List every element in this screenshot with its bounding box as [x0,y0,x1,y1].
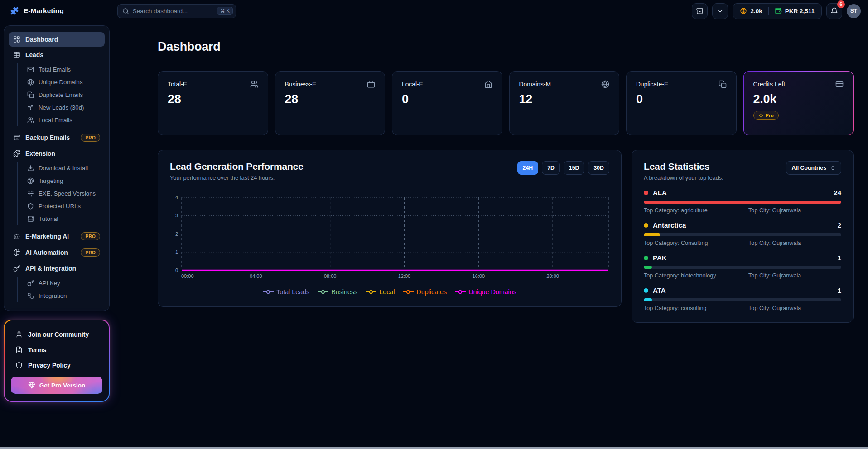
sidebar-item-protected-urls[interactable]: Protected URLs [18,200,105,212]
sidebar-item-label: Dashboard [25,36,58,43]
sidebar-subgroup: API KeyIntegration [17,277,105,302]
range-tab-15d[interactable]: 15D [564,161,585,175]
card-label: Credits Left [753,81,786,88]
legend-label: Local [379,288,395,296]
shield-icon [15,362,23,369]
footer-link-label: Join our Community [28,331,89,338]
sidebar-item-total-emails[interactable]: Total Emails [18,63,105,76]
sidebar-item-leads[interactable]: Leads [9,48,105,62]
footer-link-privacy-policy[interactable]: Privacy Policy [11,358,102,373]
copy-icon [27,91,34,98]
legend-marker-icon [366,289,376,295]
sidebar-item-ai-automation[interactable]: AI AutomationPRO [9,245,105,260]
sidebar-item-tutorial[interactable]: Tutorial [18,212,105,225]
top-category: Top Category: Consulting [644,240,748,246]
sidebar-item-api-key[interactable]: API Key [18,277,105,289]
sidebar-item-label: Tutorial [39,215,58,222]
country-dot [644,191,648,195]
card-label: Total-E [168,81,187,88]
top-city: Top City: Gujranwala [748,240,841,246]
legend-item-total-leads[interactable]: Total Leads [263,288,309,296]
archive-button[interactable] [692,3,708,19]
legend-label: Business [331,288,357,296]
lead-performance-panel: Lead Generation Performance Your perform… [158,150,622,307]
sidebar-item-extension[interactable]: Extension [9,146,105,161]
chevrons-up-down-icon [830,165,836,171]
range-tab-30d[interactable]: 30D [588,161,609,175]
country-bar-fill [644,298,652,301]
puzzle-icon [13,150,20,157]
notification-badge: 6 [837,0,845,8]
range-tab-7d[interactable]: 7D [542,161,560,175]
sidebar-item-api-integration[interactable]: API & Integration [9,261,105,276]
sidebar-item-exe-speed-versions[interactable]: EXE. Speed Versions [18,187,105,200]
credit-card-icon [835,80,844,88]
sidebar-item-label: API Key [39,280,60,287]
layout-grid-icon [13,36,20,43]
range-tab-24h[interactable]: 24H [517,161,539,175]
legend-label: Total Leads [276,288,309,296]
balance-pill: 2.0k PKR 2,511 [733,3,822,19]
table-icon [13,51,20,58]
sidebar-item-backup-emails[interactable]: Backup EmailsPRO [9,130,105,145]
sidebar-item-label: Unique Domains [39,79,83,86]
country-dot [644,288,648,293]
wallet-icon [775,7,782,14]
dropdown-toggle-button[interactable] [712,3,728,19]
sidebar-item-e-marketing-ai[interactable]: E-Marketing AIPRO [9,229,105,244]
legend-item-unique-domains[interactable]: Unique Domains [455,288,516,296]
stat-row-ala: ALA24Top Category: agricultureTop City: … [644,189,841,214]
top-bar: E-Marketing ⌘ K 2.0k PKR 2,511 6 S [0,0,868,22]
stat-row-pak: PAK1Top Category: biotechnologyTop City:… [644,254,841,279]
sidebar-item-new-leads-30d[interactable]: New Leads (30d) [18,101,105,114]
horizontal-scrollbar[interactable] [0,447,868,449]
chart-plot-area: 0123400:0004:0008:0012:0016:0020:00 [170,193,609,281]
sidebar-item-label: API & Integration [25,265,76,272]
top-category: Top Category: agriculture [644,207,748,214]
main-content: Dashboard Total-E28Business-E28Local-E0D… [113,22,868,402]
sidebar-item-label: Protected URLs [39,203,81,210]
sidebar-item-duplicate-emails[interactable]: Duplicate Emails [18,88,105,101]
sidebar-item-label: Duplicate Emails [39,91,83,98]
sidebar-item-unique-domains[interactable]: Unique Domains [18,76,105,88]
get-pro-version-button[interactable]: Get Pro Version [11,377,102,394]
footer-link-terms[interactable]: Terms [11,342,102,358]
download-icon [27,165,34,172]
search-input[interactable] [133,8,214,14]
sidebar-item-local-emails[interactable]: Local Emails [18,114,105,126]
country-name: Antarctica [653,221,686,229]
country-count: 1 [838,254,841,262]
country-count: 2 [838,221,841,229]
credits-balance[interactable]: 2.0k [734,7,768,14]
sidebar-item-label: Leads [25,52,43,58]
sidebar-item-download-install[interactable]: Download & Install [18,162,105,174]
country-filter-select[interactable]: All Countries [786,161,841,175]
brain-circuit-icon [13,249,20,256]
top-category: Top Category: consulting [644,305,748,311]
film-icon [27,215,34,222]
search-shortcut: ⌘ K [217,7,232,15]
footer-link-join-our-community[interactable]: Join our Community [11,327,102,342]
sidebar-item-label: E-Marketing AI [25,233,69,240]
svg-text:00:00: 00:00 [181,273,194,279]
search-bar[interactable]: ⌘ K [117,4,236,18]
country-bar [644,201,841,204]
country-bar-fill [644,266,652,269]
legend-item-duplicates[interactable]: Duplicates [403,288,447,296]
wallet-balance[interactable]: PKR 2,511 [769,7,820,14]
credits-value: 2.0k [750,8,762,14]
stat-row-ata: ATA1Top Category: consultingTop City: Gu… [644,287,841,311]
legend-item-business[interactable]: Business [318,288,357,296]
card-label: Duplicate-E [636,81,668,88]
sidebar-item-integration[interactable]: Integration [18,289,105,302]
svg-text:4: 4 [175,195,178,200]
sidebar-item-targeting[interactable]: Targeting [18,174,105,187]
sidebar-item-dashboard[interactable]: Dashboard [9,32,105,47]
sidebar-item-label: EXE. Speed Versions [39,190,96,197]
avatar[interactable]: ST [847,4,861,18]
notifications-button[interactable]: 6 [826,3,842,19]
legend-item-local[interactable]: Local [366,288,395,296]
stat-card-total-e: Total-E28 [158,71,268,135]
sidebar: DashboardLeadsTotal EmailsUnique Domains… [0,22,113,402]
svg-text:20:00: 20:00 [546,273,559,279]
